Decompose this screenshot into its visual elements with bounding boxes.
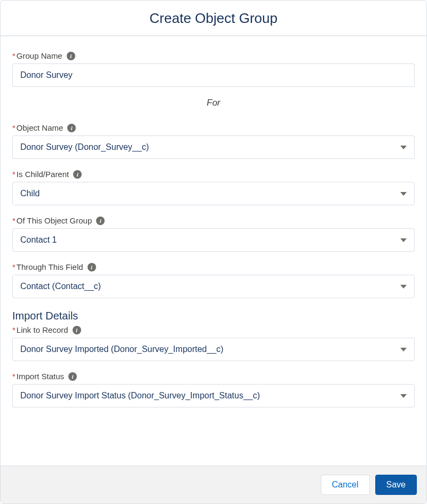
import-details-heading: Import Details <box>12 310 415 322</box>
info-icon[interactable]: i <box>73 170 82 179</box>
is-child-parent-select[interactable]: Child <box>12 182 415 205</box>
link-to-record-value: Donor Survey Imported (Donor_Survey_Impo… <box>20 345 224 354</box>
group-name-field: *Group Name i <box>12 51 415 87</box>
object-name-field: *Object Name i Donor Survey (Donor_Surve… <box>12 123 415 159</box>
link-to-record-field: *Link to Record i Donor Survey Imported … <box>12 325 415 361</box>
object-name-value: Donor Survey (Donor_Survey__c) <box>20 142 149 152</box>
through-this-field-field: *Through This Field i Contact (Contact__… <box>12 262 415 298</box>
is-child-parent-value: Child <box>20 189 39 198</box>
link-to-record-label: *Link to Record i <box>12 325 415 334</box>
save-button[interactable]: Save <box>375 475 417 495</box>
chevron-down-icon <box>400 394 407 398</box>
info-icon[interactable]: i <box>67 124 76 132</box>
chevron-down-icon <box>400 146 407 149</box>
object-name-label: *Object Name i <box>12 123 415 132</box>
modal-header: Create Object Group <box>1 1 426 36</box>
create-object-group-modal: Create Object Group *Group Name i For *O… <box>0 0 427 504</box>
is-child-parent-field: *Is Child/Parent i Child <box>12 170 415 205</box>
group-name-label: *Group Name i <box>12 51 415 60</box>
chevron-down-icon <box>400 192 407 196</box>
through-this-field-select[interactable]: Contact (Contact__c) <box>12 275 415 298</box>
is-child-parent-label: *Is Child/Parent i <box>12 170 415 179</box>
through-this-field-label: *Through This Field i <box>12 262 415 271</box>
modal-title: Create Object Group <box>1 10 426 27</box>
info-icon[interactable]: i <box>68 372 77 381</box>
modal-footer: Cancel Save <box>1 466 426 503</box>
of-this-object-group-value: Contact 1 <box>20 235 57 245</box>
info-icon[interactable]: i <box>67 52 75 60</box>
object-name-select[interactable]: Donor Survey (Donor_Survey__c) <box>12 135 415 159</box>
info-icon[interactable]: i <box>88 263 96 271</box>
modal-body: *Group Name i For *Object Name i Donor S… <box>1 36 426 466</box>
info-icon[interactable]: i <box>73 326 81 334</box>
group-name-input[interactable] <box>12 63 415 87</box>
import-status-value: Donor Survey Import Status (Donor_Survey… <box>20 391 260 401</box>
import-status-field: *Import Status i Donor Survey Import Sta… <box>12 372 415 407</box>
cancel-button[interactable]: Cancel <box>321 475 370 495</box>
of-this-object-group-label: *Of This Object Group i <box>12 216 415 225</box>
link-to-record-select[interactable]: Donor Survey Imported (Donor_Survey_Impo… <box>12 338 415 361</box>
import-status-select[interactable]: Donor Survey Import Status (Donor_Survey… <box>12 384 415 407</box>
of-this-object-group-field: *Of This Object Group i Contact 1 <box>12 216 415 252</box>
of-this-object-group-select[interactable]: Contact 1 <box>12 228 415 252</box>
chevron-down-icon <box>400 285 407 289</box>
info-icon[interactable]: i <box>96 217 105 225</box>
import-status-label: *Import Status i <box>12 372 415 381</box>
through-this-field-value: Contact (Contact__c) <box>20 282 101 291</box>
chevron-down-icon <box>400 238 407 242</box>
for-label: For <box>12 98 415 108</box>
chevron-down-icon <box>400 348 407 351</box>
